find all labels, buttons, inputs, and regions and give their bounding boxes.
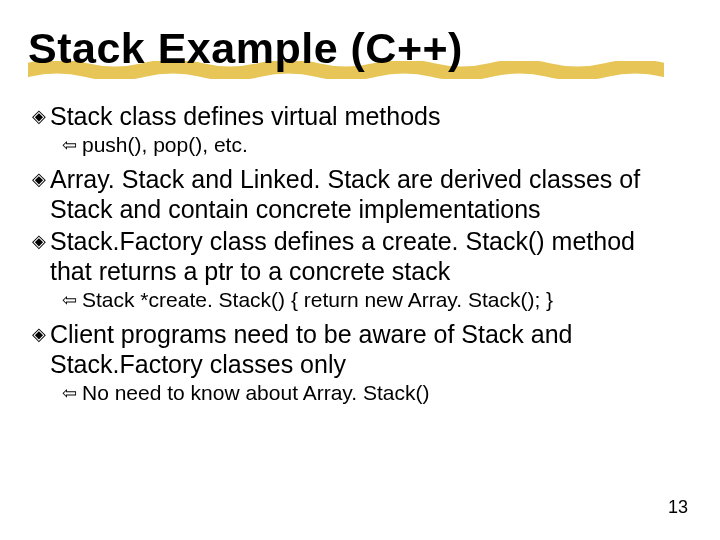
bullet-level2: ⇦ Stack *create. Stack() { return new Ar… xyxy=(62,287,682,313)
arrow-left-icon: ⇦ xyxy=(62,380,82,406)
diamond-icon: ◈ xyxy=(32,101,50,131)
bullet-level1: ◈ Client programs need to be aware of St… xyxy=(32,319,682,379)
bullet-text: Client programs need to be aware of Stac… xyxy=(50,319,682,379)
bullet-text: Array. Stack and Linked. Stack are deriv… xyxy=(50,164,682,224)
bullet-level1: ◈ Array. Stack and Linked. Stack are der… xyxy=(32,164,682,224)
arrow-left-icon: ⇦ xyxy=(62,132,82,158)
slide: Stack Example (C++) ◈ Stack class define… xyxy=(0,0,720,540)
diamond-icon: ◈ xyxy=(32,164,50,194)
slide-body: ◈ Stack class defines virtual methods ⇦ … xyxy=(28,101,692,406)
page-number: 13 xyxy=(668,497,688,518)
bullet-text: Stack *create. Stack() { return new Arra… xyxy=(82,287,553,313)
bullet-text: Stack.Factory class defines a create. St… xyxy=(50,226,682,286)
diamond-icon: ◈ xyxy=(32,226,50,256)
bullet-level1: ◈ Stack.Factory class defines a create. … xyxy=(32,226,682,286)
bullet-text: push(), pop(), etc. xyxy=(82,132,248,158)
bullet-text: No need to know about Array. Stack() xyxy=(82,380,429,406)
title-area: Stack Example (C++) xyxy=(28,24,692,73)
slide-title: Stack Example (C++) xyxy=(28,24,692,73)
diamond-icon: ◈ xyxy=(32,319,50,349)
bullet-level2: ⇦ push(), pop(), etc. xyxy=(62,132,682,158)
bullet-level1: ◈ Stack class defines virtual methods xyxy=(32,101,682,131)
bullet-level2: ⇦ No need to know about Array. Stack() xyxy=(62,380,682,406)
bullet-text: Stack class defines virtual methods xyxy=(50,101,440,131)
arrow-left-icon: ⇦ xyxy=(62,287,82,313)
